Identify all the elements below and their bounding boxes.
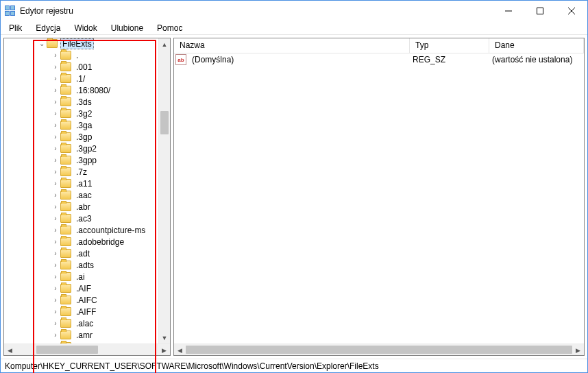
chevron-right-icon[interactable]: › (51, 308, 60, 315)
chevron-right-icon[interactable]: › (51, 180, 60, 187)
menu-edit[interactable]: Edycja (30, 22, 66, 34)
chevron-right-icon[interactable]: › (51, 51, 60, 59)
tree-label: . (74, 50, 80, 61)
tree-item[interactable]: ›.16:8080/ (4, 84, 147, 96)
tree-label: .3g2 (74, 108, 94, 119)
tree-item[interactable]: ›.abr (4, 201, 147, 213)
tree-horizontal-scrollbar[interactable]: ◀ ▶ (4, 344, 170, 355)
chevron-right-icon[interactable]: › (51, 215, 60, 222)
tree-item[interactable]: ›.AIFF (4, 306, 147, 317)
folder-icon (60, 191, 71, 200)
tree-label: .AIFC (74, 295, 99, 306)
chevron-right-icon[interactable]: › (51, 261, 60, 269)
scroll-thumb[interactable] (160, 111, 169, 134)
tree-item[interactable]: ›.ai (4, 271, 147, 282)
folder-icon (60, 226, 71, 234)
scroll-down-icon[interactable]: ▼ (159, 332, 170, 344)
tree-label: FileExts (60, 38, 94, 49)
scroll-left-icon[interactable]: ◀ (4, 344, 16, 356)
chevron-down-icon[interactable]: ⌄ (37, 40, 47, 47)
tree-item[interactable]: ›.3ds (4, 96, 147, 108)
chevron-right-icon[interactable]: › (51, 238, 60, 245)
tree-item[interactable]: ›.adobebridge (4, 236, 147, 248)
chevron-right-icon[interactable]: › (51, 168, 60, 176)
tree-item[interactable]: ›.adts (4, 259, 147, 271)
chevron-right-icon[interactable]: › (51, 273, 60, 280)
chevron-right-icon[interactable]: › (51, 75, 60, 82)
tree-item[interactable]: ›.3gp2 (4, 143, 147, 154)
tree-label: .amr (74, 330, 95, 341)
tree-item[interactable]: ›.ac3 (4, 213, 147, 224)
close-button[interactable] (556, 1, 587, 21)
folder-icon (60, 121, 71, 130)
chevron-right-icon[interactable]: › (51, 63, 60, 71)
title-bar[interactable]: Edytor rejestru (1, 1, 587, 21)
menu-file[interactable]: Plik (3, 22, 27, 34)
tree-item[interactable]: ›.alac (4, 317, 147, 329)
chevron-right-icon[interactable]: › (51, 145, 60, 152)
tree-item[interactable]: ›.AIF (4, 282, 147, 294)
chevron-right-icon[interactable]: › (51, 98, 60, 106)
tree-item[interactable]: ›.3g2 (4, 108, 147, 119)
tree-item-fileexts[interactable]: ⌄FileExts (4, 38, 147, 49)
scroll-left-icon[interactable]: ◀ (174, 344, 186, 356)
chevron-right-icon[interactable]: › (51, 250, 60, 257)
chevron-right-icon[interactable]: › (51, 133, 60, 141)
menu-help[interactable]: Pomoc (151, 22, 188, 34)
scroll-thumb[interactable] (36, 346, 98, 354)
tree-item[interactable]: ›. (4, 49, 147, 61)
column-header-data[interactable]: Dane (489, 38, 584, 53)
window-title: Edytor rejestru (20, 6, 493, 16)
column-header-name[interactable]: Nazwa (174, 38, 410, 53)
registry-editor-window: Edytor rejestru Plik Edycja Widok Ulubio… (0, 0, 588, 373)
tree-label: .AIF (74, 283, 93, 294)
string-value-icon: ab (175, 54, 186, 65)
svg-rect-1 (537, 8, 543, 14)
maximize-button[interactable] (524, 1, 556, 21)
minimize-button[interactable] (493, 1, 524, 21)
tree-item[interactable]: ›.1/ (4, 73, 147, 84)
folder-icon (60, 296, 71, 304)
chevron-right-icon[interactable]: › (51, 156, 60, 164)
tree-item[interactable]: ›.3ga (4, 119, 147, 131)
tree-label: .alac (74, 318, 95, 329)
tree-item[interactable]: ›.3gp (4, 131, 147, 143)
tree-label: .AIFF (74, 306, 98, 317)
chevron-right-icon[interactable]: › (51, 203, 60, 210)
tree-vertical-scrollbar[interactable]: ▲ ▼ (158, 38, 170, 344)
tree-item[interactable]: ›.AIFC (4, 294, 147, 306)
folder-icon (60, 167, 71, 176)
chevron-right-icon[interactable]: › (51, 86, 60, 94)
chevron-right-icon[interactable]: › (51, 226, 60, 234)
scroll-right-icon[interactable]: ▶ (572, 344, 584, 356)
folder-icon (60, 86, 71, 95)
chevron-right-icon[interactable]: › (51, 121, 60, 129)
tree-item[interactable]: ›.3gpp (4, 154, 147, 166)
scroll-thumb[interactable] (186, 346, 572, 354)
chevron-right-icon[interactable]: › (51, 110, 60, 117)
scroll-up-icon[interactable]: ▲ (159, 38, 170, 50)
folder-icon (60, 109, 71, 118)
folder-icon (60, 284, 71, 293)
tree-item[interactable]: ›.7z (4, 166, 147, 178)
chevron-right-icon[interactable]: › (51, 320, 60, 327)
tree-item[interactable]: ›.adt (4, 248, 147, 259)
tree-item[interactable]: ›.a11 (4, 178, 147, 189)
chevron-right-icon[interactable]: › (51, 285, 60, 292)
tree-item[interactable]: ›.accountpicture-ms (4, 224, 147, 236)
chevron-right-icon[interactable]: › (51, 191, 60, 199)
menu-view[interactable]: Widok (69, 22, 102, 34)
chevron-right-icon[interactable]: › (51, 331, 60, 339)
status-path: Komputer\HKEY_CURRENT_USER\SOFTWARE\Micr… (5, 361, 379, 371)
tree-item[interactable]: ›.aac (4, 189, 147, 201)
menu-favorites[interactable]: Ulubione (106, 22, 149, 34)
tree-label: .adobebridge (74, 237, 126, 248)
tree-item[interactable]: ›.amr (4, 329, 147, 341)
scroll-right-icon[interactable]: ▶ (158, 344, 170, 356)
tree-panel: ⌄FileExts›.›.001›.1/›.16:8080/›.3ds›.3g2… (3, 38, 171, 356)
list-row[interactable]: ab(Domyślna)REG_SZ(wartość nie ustalona) (174, 53, 584, 66)
list-horizontal-scrollbar[interactable]: ◀ ▶ (174, 344, 584, 355)
tree-item[interactable]: ›.001 (4, 61, 147, 73)
column-header-type[interactable]: Typ (410, 38, 489, 53)
chevron-right-icon[interactable]: › (51, 296, 60, 304)
